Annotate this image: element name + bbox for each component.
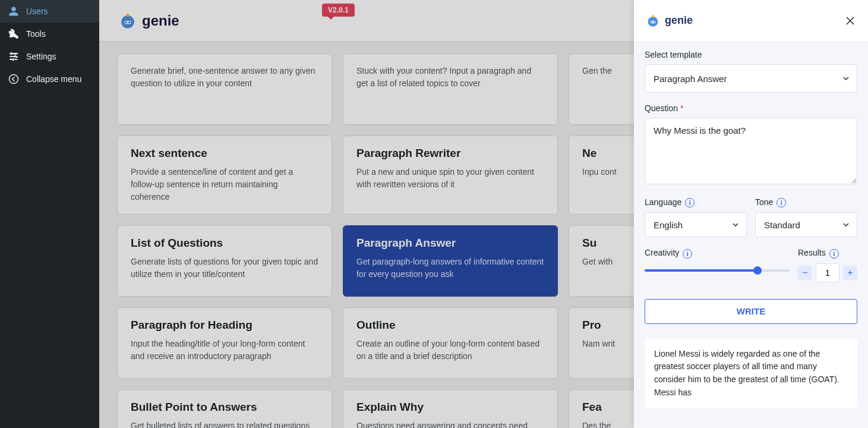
card-desc: Questions need answering and concepts ne… [356,420,544,428]
info-icon[interactable]: i [683,249,692,259]
svg-point-14 [651,21,652,23]
card-desc: Provide a sentence/line of content and g… [131,166,318,203]
sidebar-item-label: Users [26,7,48,16]
svg-rect-3 [11,52,12,55]
template-card-paragraph-answer[interactable]: Paragraph Answer Get paragraph-long answ… [343,225,558,297]
svg-rect-1 [10,56,18,57]
panel-body: Select template Paragraph Answer Questio… [634,42,868,428]
stepper-minus-button[interactable]: − [798,266,812,280]
card-title: Paragraph for Heading [131,319,318,332]
language-label: Languagei [645,197,747,207]
template-card[interactable]: Generate brief, one-sentence answer to a… [117,54,332,125]
svg-rect-4 [15,55,16,58]
svg-rect-5 [13,58,14,61]
tone-label: Tonei [755,197,857,207]
template-card[interactable]: Stuck with your content? Input a paragra… [343,54,558,125]
question-label: Question * [645,103,857,113]
svg-point-11 [127,13,129,15]
genie-logo-icon [645,12,661,29]
sidebar-item-users[interactable]: Users [0,0,99,23]
template-card-outline[interactable]: Outline Create an outline of your long-f… [343,307,558,379]
genie-logo-icon [117,10,138,32]
sidebar-item-label: Settings [26,52,56,61]
close-button[interactable] [843,14,857,28]
card-title: Outline [356,319,544,332]
slider-thumb[interactable] [753,266,762,275]
panel-logo: genie [645,12,693,29]
card-title: Bullet Point to Answers [131,401,318,414]
tone-select-value: Standard [755,212,857,237]
svg-point-10 [128,21,130,23]
template-card-paragraph-for-heading[interactable]: Paragraph for Heading Input the heading/… [117,307,332,379]
card-desc: Get bulleted lists of answers to related… [131,420,318,428]
stepper-plus-button[interactable]: + [843,266,857,280]
slider-fill [645,269,757,272]
sidebar-item-label: Collapse menu [26,74,81,84]
sidebar-item-tools[interactable]: Tools [0,23,99,45]
template-select[interactable]: Paragraph Answer [645,64,857,93]
language-select[interactable]: English [645,212,747,237]
results-input[interactable] [816,263,839,282]
card-desc: Put a new and unique spin to your given … [356,166,544,191]
sidebar-item-label: Tools [26,29,46,39]
svg-rect-0 [10,53,18,54]
sidebar: Users Tools Settings Collapse menu [0,0,99,428]
wrench-icon [8,29,19,39]
info-icon[interactable]: i [685,198,695,207]
results-stepper: − + [798,263,857,282]
svg-point-16 [652,15,654,17]
card-title: Paragraph Rewriter [356,147,544,160]
sidebar-item-collapse[interactable]: Collapse menu [0,68,99,90]
card-desc: Generate brief, one-sentence answer to a… [131,65,318,90]
collapse-icon [8,74,19,84]
language-select-value: English [645,212,747,237]
card-desc: Generate lists of questions for your giv… [131,256,318,281]
template-card-list-of-questions[interactable]: List of Questions Generate lists of ques… [117,225,332,297]
template-select-value: Paragraph Answer [645,64,857,93]
sidebar-item-settings[interactable]: Settings [0,45,99,68]
version-badge: V2.0.1 [322,4,355,17]
svg-point-6 [10,75,18,84]
question-input[interactable] [645,118,857,184]
creativity-slider[interactable] [645,269,790,272]
panel-header: genie [634,0,868,42]
template-card-paragraph-rewriter[interactable]: Paragraph Rewriter Put a new and unique … [343,136,558,215]
svg-point-15 [654,21,655,23]
results-label: Resultsi [798,248,857,258]
logo-text: genie [142,12,179,29]
svg-point-9 [125,21,127,23]
card-title: Paragraph Answer [356,237,544,250]
write-button[interactable]: WRITE [645,299,857,324]
panel-logo-text: genie [665,14,693,27]
card-desc: Get paragraph-long answers of informativ… [356,256,544,281]
card-desc: Create an outline of your long-form cont… [356,338,544,363]
info-icon[interactable]: i [829,249,839,259]
template-panel: genie Select template Paragraph Answer Q… [634,0,868,428]
card-title: List of Questions [131,237,318,250]
close-icon [845,16,855,26]
info-icon[interactable]: i [777,198,786,207]
template-card-next-sentence[interactable]: Next sentence Provide a sentence/line of… [117,136,332,215]
template-card-bullet-point[interactable]: Bullet Point to Answers Get bulleted lis… [117,389,332,428]
card-desc: Input the heading/title of your long-for… [131,338,318,363]
sliders-icon [8,51,19,62]
result-text: Lionel Messi is widely regarded as one o… [654,348,848,399]
result-card: Lionel Messi is widely regarded as one o… [645,338,857,409]
tone-select[interactable]: Standard [755,212,857,237]
card-title: Explain Why [356,401,544,414]
user-icon [8,6,19,17]
select-template-label: Select template [645,50,857,59]
template-card-explain-why[interactable]: Explain Why Questions need answering and… [343,389,558,428]
creativity-label: Creativityi [645,248,790,258]
card-desc: Stuck with your content? Input a paragra… [356,65,544,90]
card-title: Next sentence [131,147,318,160]
logo: genie [117,10,179,32]
